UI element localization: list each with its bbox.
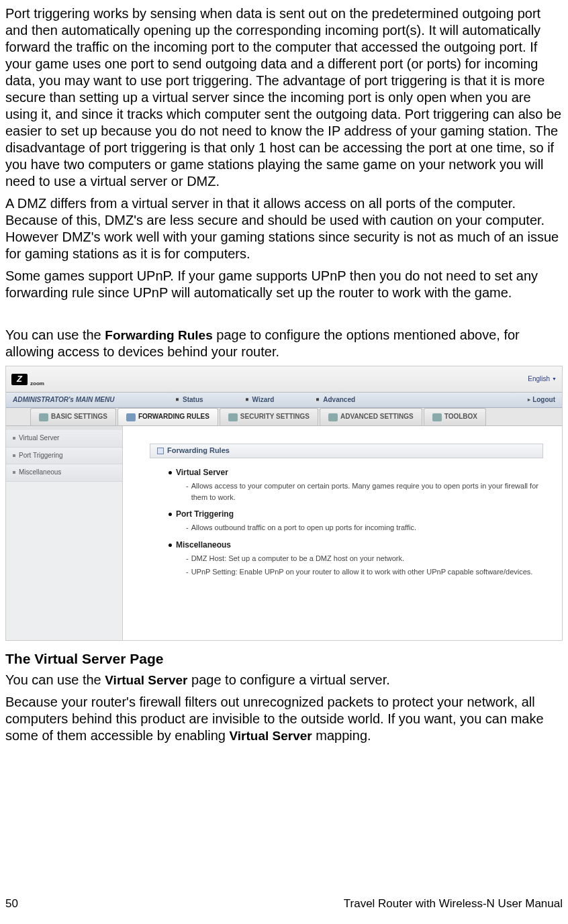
text-fragment: mapping. bbox=[312, 728, 371, 743]
logo-z-icon: Z bbox=[11, 374, 28, 385]
rule-title-text: Miscellaneous bbox=[176, 540, 231, 550]
rule-desc: -Allows outbound traffic on a port to op… bbox=[169, 522, 543, 533]
rule-desc-text: UPnP Setting: Enable UPnP on your router… bbox=[191, 566, 533, 578]
text-fragment: page to configure a virtual server. bbox=[188, 672, 390, 687]
language-selector[interactable]: English ▼ bbox=[528, 375, 557, 384]
menu-label: Wizard bbox=[252, 396, 275, 405]
bullet-icon bbox=[169, 513, 172, 516]
tab-label: ADVANCED SETTINGS bbox=[340, 413, 414, 421]
rule-title-text: Port Triggering bbox=[176, 509, 234, 519]
tab-toolbox[interactable]: TOOLBOX bbox=[424, 408, 486, 425]
paragraph-dmz: A DMZ differs from a virtual server in t… bbox=[5, 195, 563, 262]
menu-wizard[interactable]: ◾Wizard bbox=[244, 396, 275, 405]
main-menu-bar: ADMINISTRATOR's MAIN MENU ◾Status ◾Wizar… bbox=[6, 393, 562, 408]
sidebar-item-miscellaneous[interactable]: Miscellaneous bbox=[6, 464, 122, 482]
menu-advanced[interactable]: ◾Advanced bbox=[314, 396, 355, 405]
bold-virtual-server: Virtual Server bbox=[105, 673, 187, 687]
sidebar-label: Miscellaneous bbox=[19, 468, 61, 477]
tab-bar: BASIC SETTINGS FORWARDING RULES SECURITY… bbox=[6, 408, 562, 426]
bullet-icon bbox=[169, 544, 172, 547]
rule-port-triggering: Port Triggering bbox=[169, 509, 543, 519]
sidebar: Virtual Server Port Triggering Miscellan… bbox=[6, 426, 123, 640]
tab-forwarding-rules[interactable]: FORWARDING RULES bbox=[117, 408, 218, 425]
panel-header: Forwarding Rules bbox=[150, 444, 543, 458]
bullet-icon bbox=[13, 471, 15, 474]
menu-status[interactable]: ◾Status bbox=[174, 396, 203, 405]
chevron-down-icon: ▼ bbox=[552, 376, 557, 382]
menu-label: Logout bbox=[532, 396, 555, 405]
rule-desc: -DMZ Host: Set up a computer to be a DMZ… bbox=[169, 553, 543, 564]
menu-logout[interactable]: ▸Logout bbox=[528, 396, 555, 405]
text-fragment: You can use the bbox=[5, 672, 105, 687]
rule-desc-text: Allows outbound traffic on a port to ope… bbox=[191, 522, 416, 533]
page-footer: 50 Travel Router with Wireless-N User Ma… bbox=[5, 896, 563, 911]
router-admin-screenshot: Z zoom English ▼ ADMINISTRATOR's MAIN ME… bbox=[5, 366, 563, 641]
paragraph-vs-intro: You can use the Virtual Server page to c… bbox=[5, 672, 563, 688]
sidebar-label: Virtual Server bbox=[19, 434, 59, 443]
paragraph-upnp: Some games support UPnP. If your game su… bbox=[5, 268, 563, 301]
tab-icon bbox=[328, 413, 338, 421]
tab-icon bbox=[432, 413, 442, 421]
content-panel: Forwarding Rules Virtual Server -Allows … bbox=[123, 426, 562, 640]
rule-desc: -Allows access to your computer on certa… bbox=[169, 480, 543, 503]
rule-title-text: Virtual Server bbox=[176, 468, 228, 478]
tab-label: BASIC SETTINGS bbox=[51, 413, 107, 421]
tab-icon bbox=[228, 413, 238, 421]
bullet-icon bbox=[13, 454, 15, 457]
text-fragment: You can use the bbox=[5, 327, 105, 342]
rule-desc-text: DMZ Host: Set up a computer to be a DMZ … bbox=[191, 553, 404, 564]
arrow-icon: ▸ bbox=[528, 397, 530, 403]
paragraph-forwarding-intro: You can use the Forwarding Rules page to… bbox=[5, 327, 563, 360]
paragraph-port-triggering: Port triggering works by sensing when da… bbox=[5, 5, 563, 190]
menu-label: Status bbox=[183, 396, 203, 405]
sidebar-item-virtual-server[interactable]: Virtual Server bbox=[6, 430, 122, 448]
sidebar-item-port-triggering[interactable]: Port Triggering bbox=[6, 448, 122, 465]
bold-forwarding-rules: Forwarding Rules bbox=[105, 328, 212, 342]
sidebar-label: Port Triggering bbox=[19, 452, 63, 460]
bullet-icon bbox=[169, 471, 172, 474]
tab-security-settings[interactable]: SECURITY SETTINGS bbox=[220, 408, 318, 425]
tab-label: FORWARDING RULES bbox=[138, 413, 209, 421]
doc-title: Travel Router with Wireless-N User Manua… bbox=[344, 896, 563, 911]
paragraph-vs-firewall: Because your router's firewall filters o… bbox=[5, 694, 563, 744]
menu-label: Advanced bbox=[323, 396, 355, 405]
topbar: Z zoom English ▼ bbox=[6, 366, 562, 393]
tab-icon bbox=[126, 413, 136, 421]
tab-label: TOOLBOX bbox=[444, 413, 477, 421]
rule-virtual-server: Virtual Server bbox=[169, 468, 543, 478]
rule-desc: -UPnP Setting: Enable UPnP on your route… bbox=[169, 566, 543, 578]
panel-title: Forwarding Rules bbox=[167, 446, 230, 456]
tab-advanced-settings[interactable]: ADVANCED SETTINGS bbox=[320, 408, 422, 425]
panel-icon bbox=[157, 448, 164, 454]
rule-desc-text: Allows access to your computer on certai… bbox=[191, 480, 543, 503]
logo-text: zoom bbox=[30, 380, 44, 387]
tab-label: SECURITY SETTINGS bbox=[240, 413, 310, 421]
rule-miscellaneous: Miscellaneous bbox=[169, 540, 543, 550]
main-menu-title: ADMINISTRATOR's MAIN MENU bbox=[13, 396, 174, 405]
page-number: 50 bbox=[5, 896, 18, 911]
tab-basic-settings[interactable]: BASIC SETTINGS bbox=[30, 408, 116, 425]
bullet-icon bbox=[13, 437, 15, 440]
tab-icon bbox=[39, 413, 48, 421]
heading-virtual-server-page: The Virtual Server Page bbox=[5, 650, 563, 668]
language-label: English bbox=[528, 375, 550, 384]
bold-virtual-server-2: Virtual Server bbox=[230, 729, 312, 743]
